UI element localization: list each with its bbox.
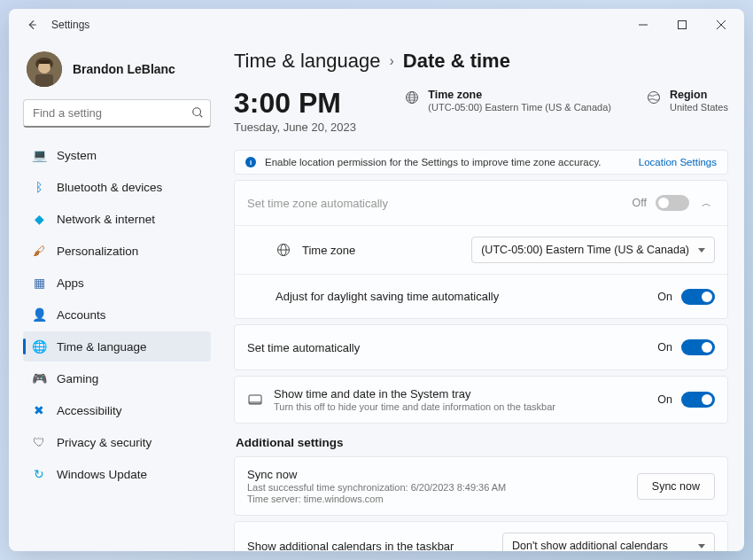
tray-toggle[interactable]	[681, 392, 715, 408]
current-time: 3:00 PM	[234, 89, 356, 117]
personalization-icon: 🖌	[32, 244, 46, 258]
sidebar-item-label: Gaming	[57, 372, 98, 385]
sync-sub1: Last successful time synchronization: 6/…	[247, 482, 626, 493]
tray-state: On	[657, 393, 672, 406]
calendars-title: Show additional calendars in the taskbar	[247, 540, 492, 552]
sidebar-item-label: Accounts	[57, 308, 106, 322]
close-button[interactable]	[702, 9, 741, 41]
svg-point-9	[648, 92, 659, 104]
network-internet-icon: ◆	[32, 212, 46, 226]
sidebar-item-label: Time & language	[57, 340, 147, 354]
timezone-label: Time zone	[428, 89, 611, 101]
window-controls	[624, 9, 741, 41]
svg-point-6	[193, 108, 201, 116]
bluetooth-devices-icon: ᛒ	[32, 180, 46, 194]
region-label: Region	[670, 89, 728, 101]
sidebar-item-apps[interactable]: ▦Apps	[23, 268, 211, 298]
minimize-button[interactable]	[624, 9, 663, 41]
tray-row: Show time and date in the System tray Tu…	[235, 377, 727, 423]
sidebar-item-label: Accessibility	[57, 404, 122, 417]
sidebar-item-personalization[interactable]: 🖌Personalization	[23, 236, 211, 266]
dst-row: Adjust for daylight saving time automati…	[235, 274, 727, 318]
auto-time-card: Set time automatically On	[234, 324, 728, 370]
sidebar-item-label: Apps	[57, 276, 84, 290]
sidebar-item-network-internet[interactable]: ◆Network & internet	[23, 204, 211, 234]
main-content[interactable]: Time & language › Date & time 3:00 PM Tu…	[220, 41, 744, 551]
dst-state: On	[657, 291, 672, 303]
auto-time-toggle[interactable]	[681, 339, 715, 355]
sidebar: Brandon LeBlanc 💻SystemᛒBluetooth & devi…	[9, 41, 220, 551]
breadcrumb-parent[interactable]: Time & language	[234, 50, 381, 73]
titlebar: Settings	[9, 9, 744, 41]
location-banner: i Enable location permission for the Set…	[234, 150, 728, 175]
auto-time-row: Set time automatically On	[235, 325, 727, 369]
breadcrumb: Time & language › Date & time	[234, 50, 728, 73]
windows-update-icon: ↻	[32, 467, 46, 481]
sync-card: Sync now Last successful time synchroniz…	[234, 456, 728, 516]
nav-list: 💻SystemᛒBluetooth & devices◆Network & in…	[23, 140, 211, 489]
back-arrow-icon	[26, 19, 38, 31]
user-profile[interactable]: Brandon LeBlanc	[23, 46, 211, 99]
minimize-icon	[639, 20, 648, 29]
additional-settings-header: Additional settings	[236, 436, 728, 449]
search-input[interactable]	[23, 99, 211, 128]
auto-tz-title: Set time zone automatically	[247, 197, 622, 210]
sync-now-button[interactable]: Sync now	[637, 473, 715, 500]
accounts-icon: 👤	[32, 307, 46, 322]
timezone-select-row: Time zone (UTC-05:00) Eastern Time (US &…	[235, 225, 727, 274]
sidebar-item-accessibility[interactable]: ✖Accessibility	[23, 395, 211, 425]
auto-timezone-row[interactable]: Set time zone automatically Off ︿	[235, 181, 727, 225]
svg-rect-4	[39, 60, 50, 64]
sidebar-item-label: Privacy & security	[57, 436, 151, 449]
search-box	[23, 99, 211, 128]
banner-text: Enable location permission for the Setti…	[265, 157, 601, 167]
chevron-up-icon[interactable]: ︿	[698, 193, 715, 214]
sidebar-item-gaming[interactable]: 🎮Gaming	[23, 363, 211, 393]
auto-tz-toggle[interactable]	[656, 195, 689, 211]
calendars-card: Show additional calendars in the taskbar…	[234, 521, 728, 551]
tz-select-title: Time zone	[302, 244, 461, 257]
calendars-row: Show additional calendars in the taskbar…	[235, 522, 727, 551]
current-date: Tuesday, June 20, 2023	[234, 121, 356, 134]
sidebar-item-system[interactable]: 💻System	[23, 140, 211, 170]
sidebar-item-windows-update[interactable]: ↻Windows Update	[23, 459, 211, 489]
sidebar-item-accounts[interactable]: 👤Accounts	[23, 299, 211, 330]
time-language-icon: 🌐	[32, 339, 46, 354]
location-settings-link[interactable]: Location Settings	[639, 157, 717, 167]
region-value: United States	[670, 102, 728, 113]
back-button[interactable]	[19, 12, 44, 37]
sidebar-item-label: System	[57, 149, 97, 162]
calendars-select[interactable]: Don't show additional calendars	[502, 533, 715, 551]
sidebar-item-label: Network & internet	[57, 213, 155, 226]
sidebar-item-bluetooth-devices[interactable]: ᛒBluetooth & devices	[23, 172, 211, 202]
taskbar-icon	[247, 393, 263, 407]
window-body: Brandon LeBlanc 💻SystemᛒBluetooth & devi…	[9, 41, 744, 551]
timezone-value: (UTC-05:00) Eastern Time (US & Canada)	[428, 102, 611, 113]
calendars-select-value: Don't show additional calendars	[512, 540, 668, 551]
avatar	[27, 51, 62, 87]
chevron-right-icon: ›	[390, 53, 394, 69]
apps-icon: ▦	[32, 276, 46, 290]
globe-icon	[276, 243, 291, 257]
info-row: 3:00 PM Tuesday, June 20, 2023 Time zone…	[234, 89, 728, 134]
user-name: Brandon LeBlanc	[73, 62, 175, 76]
maximize-button[interactable]	[663, 9, 702, 41]
timezone-select-value: (UTC-05:00) Eastern Time (US & Canada)	[481, 244, 689, 256]
accessibility-icon: ✖	[32, 403, 46, 417]
dst-toggle[interactable]	[681, 289, 715, 305]
svg-rect-0	[679, 21, 687, 29]
sidebar-item-privacy-security[interactable]: 🛡Privacy & security	[23, 427, 211, 457]
window-title: Settings	[51, 19, 89, 31]
gaming-icon: 🎮	[32, 371, 46, 385]
auto-tz-state: Off	[633, 197, 647, 209]
privacy-security-icon: 🛡	[32, 435, 46, 449]
sync-title: Sync now	[247, 468, 626, 481]
auto-time-state: On	[657, 341, 672, 354]
system-icon: 💻	[32, 148, 46, 162]
timezone-card: Set time zone automatically Off ︿ Time z…	[234, 180, 728, 319]
settings-window: Settings Brandon LeBlanc 💻SystemᛒBluetoo…	[9, 9, 744, 551]
tray-card: Show time and date in the System tray Tu…	[234, 376, 728, 424]
timezone-select[interactable]: (UTC-05:00) Eastern Time (US & Canada)	[471, 237, 715, 263]
sidebar-item-time-language[interactable]: 🌐Time & language	[23, 331, 211, 362]
sync-sub2: Time server: time.windows.com	[247, 494, 626, 504]
